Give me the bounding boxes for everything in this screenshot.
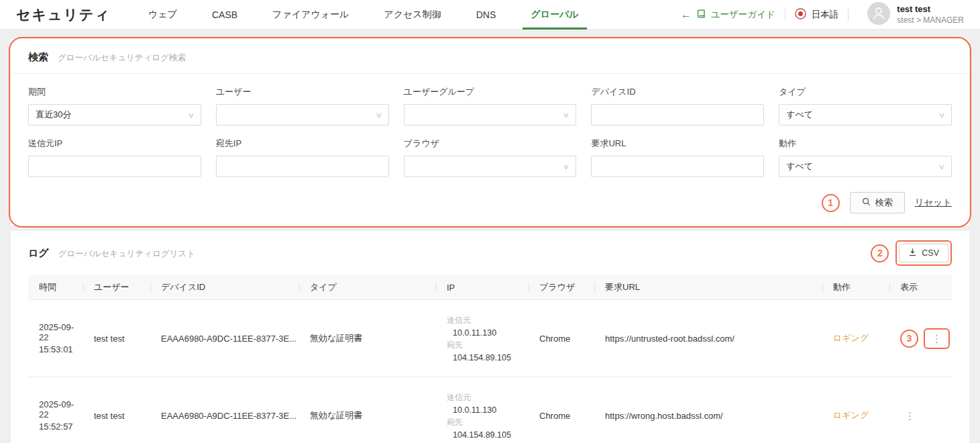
divider	[848, 9, 849, 21]
top-bar: セキュリティ ウェブ CASB ファイアウォール アクセス制御 DNS グローバ…	[0, 0, 980, 30]
annotation-badge-1: 1	[822, 194, 840, 212]
source-ip-value: 10.0.11.130	[447, 405, 496, 415]
field-label: ユーザー	[216, 86, 389, 98]
chevron-down-icon: ∨	[375, 111, 382, 119]
cell-view: 3 ⋮	[889, 300, 952, 377]
table-header-row: 時間 ユーザー デバイスID タイプ IP ブラウザ 要求URL 動作 表示	[28, 275, 952, 300]
log-date: 2025-09-22	[39, 322, 80, 342]
log-panel: ログ グローバルセキュリティログリスト 2 CSV	[11, 231, 969, 443]
chevron-down-icon: ∨	[563, 162, 569, 171]
source-ip-input[interactable]	[28, 156, 201, 177]
select-value: すべて	[786, 160, 813, 173]
user-guide-link[interactable]: ← ユーザーガイド	[681, 9, 775, 21]
csv-export-button[interactable]: CSV	[899, 244, 948, 262]
tab-access-control[interactable]: アクセス制御	[384, 0, 441, 30]
log-subtitle: グローバルセキュリティログリスト	[58, 248, 195, 260]
field-dest-ip: 宛先IP	[216, 138, 389, 177]
tab-global[interactable]: グローバル	[531, 0, 578, 30]
log-table: 時間 ユーザー デバイスID タイプ IP ブラウザ 要求URL 動作 表示 2…	[28, 275, 952, 443]
log-date: 2025-09-22	[39, 399, 80, 420]
field-label: 期間	[28, 86, 201, 98]
field-label: 送信元IP	[28, 138, 201, 150]
field-browser: ブラウザ ∨	[404, 138, 577, 177]
col-header-user: ユーザー	[83, 275, 150, 299]
language-label: 日本語	[812, 9, 839, 21]
action-select[interactable]: すべて ∨	[779, 156, 952, 177]
cell-ip: 送信元 10.0.11.130 宛先 104.154.89.105	[436, 377, 529, 443]
main-tabs: ウェブ CASB ファイアウォール アクセス制御 DNS グローバル	[148, 0, 579, 30]
annotation-badge-3: 3	[900, 330, 918, 348]
search-title: 検索	[28, 51, 48, 64]
log-time: 15:53:01	[39, 344, 73, 354]
field-label: タイプ	[779, 86, 952, 98]
field-request-url: 要求URL	[591, 138, 764, 177]
log-time: 15:52:57	[39, 422, 73, 432]
annotation-badge-2: 2	[871, 244, 889, 262]
dest-ip-input[interactable]	[216, 156, 389, 177]
col-header-type: タイプ	[299, 275, 436, 299]
back-arrow-icon[interactable]: ←	[681, 9, 692, 20]
device-id-input[interactable]	[591, 104, 764, 126]
field-type: タイプ すべて ∨	[779, 86, 952, 126]
dest-ip-value: 104.154.89.105	[447, 430, 511, 440]
language-selector[interactable]: 日本語	[795, 8, 839, 21]
source-ip-label: 送信元	[447, 315, 471, 326]
avatar	[867, 2, 890, 28]
user-meta: test test stest > MANAGER	[897, 4, 964, 25]
tab-firewall[interactable]: ファイアウォール	[272, 0, 349, 30]
tab-dns[interactable]: DNS	[476, 0, 496, 30]
col-header-request-url: 要求URL	[594, 275, 822, 299]
log-header-actions: 2 CSV	[871, 240, 952, 266]
top-bar-right: ← ユーザーガイド 日本語	[681, 2, 964, 28]
search-subtitle: グローバルセキュリティログ検索	[58, 52, 186, 64]
tab-web[interactable]: ウェブ	[148, 0, 177, 30]
cell-device-id: EAAA6980-A9DC-11EE-8377-3E...	[150, 377, 299, 443]
cell-ip: 送信元 10.0.11.130 宛先 104.154.89.105	[436, 300, 529, 377]
search-form: 期間 直近30分 ∨ ユーザー ∨ ユーザーグループ ∨ デバイスID タ	[11, 74, 969, 181]
row-more-options-button[interactable]: ⋮	[927, 331, 946, 346]
user-org-role: stest > MANAGER	[897, 15, 964, 25]
dest-ip-label: 宛先	[447, 417, 463, 428]
cell-type: 無効な証明書	[299, 377, 436, 443]
cell-browser: Chrome	[529, 300, 594, 377]
chevron-down-icon: ∨	[188, 111, 195, 119]
type-select[interactable]: すべて ∨	[779, 104, 952, 126]
chevron-down-icon: ∨	[563, 111, 569, 119]
cell-request-url: https://wrong.host.badssl.com/	[594, 377, 822, 443]
log-title: ログ	[28, 247, 49, 260]
japan-flag-icon	[795, 8, 806, 21]
field-label: デバイスID	[591, 86, 764, 98]
csv-button-label: CSV	[922, 248, 939, 258]
user-menu[interactable]: test test stest > MANAGER	[867, 2, 964, 28]
request-url-input[interactable]	[591, 156, 764, 177]
field-label: ユーザーグループ	[404, 86, 577, 98]
search-panel-header: 検索 グローバルセキュリティログ検索	[11, 39, 969, 74]
user-select[interactable]: ∨	[216, 104, 389, 126]
period-select[interactable]: 直近30分 ∨	[28, 104, 201, 126]
row-more-options-button[interactable]: ⋮	[900, 408, 920, 424]
field-user-group: ユーザーグループ ∨	[404, 86, 577, 126]
table-body: 2025-09-22 15:53:01 test test EAAA6980-A…	[28, 300, 952, 443]
col-header-view: 表示	[889, 275, 952, 299]
col-header-time: 時間	[28, 275, 83, 299]
search-button[interactable]: 検索	[850, 192, 905, 213]
field-device-id: デバイスID	[591, 86, 764, 126]
cell-action: ロギング	[822, 377, 889, 443]
user-name: test test	[897, 4, 964, 14]
search-button-label: 検索	[875, 197, 893, 209]
search-icon	[862, 197, 871, 208]
search-actions: 1 検索 リセット	[11, 181, 969, 226]
annotation-frame-kebab: ⋮	[924, 328, 950, 349]
user-group-select[interactable]: ∨	[404, 104, 577, 126]
tab-casb[interactable]: CASB	[212, 0, 237, 30]
cell-time: 2025-09-22 15:52:57	[28, 377, 83, 443]
browser-select[interactable]: ∨	[404, 156, 577, 177]
chevron-down-icon: ∨	[938, 111, 945, 119]
search-panel: 検索 グローバルセキュリティログ検索 期間 直近30分 ∨ ユーザー ∨ ユーザ…	[11, 39, 969, 226]
col-header-ip: IP	[436, 275, 529, 299]
select-value: 直近30分	[36, 109, 71, 121]
table-row: 2025-09-22 15:53:01 test test EAAA6980-A…	[28, 300, 952, 377]
cell-action: ロギング	[822, 300, 889, 377]
reset-link[interactable]: リセット	[915, 197, 952, 209]
select-value: すべて	[786, 109, 813, 121]
